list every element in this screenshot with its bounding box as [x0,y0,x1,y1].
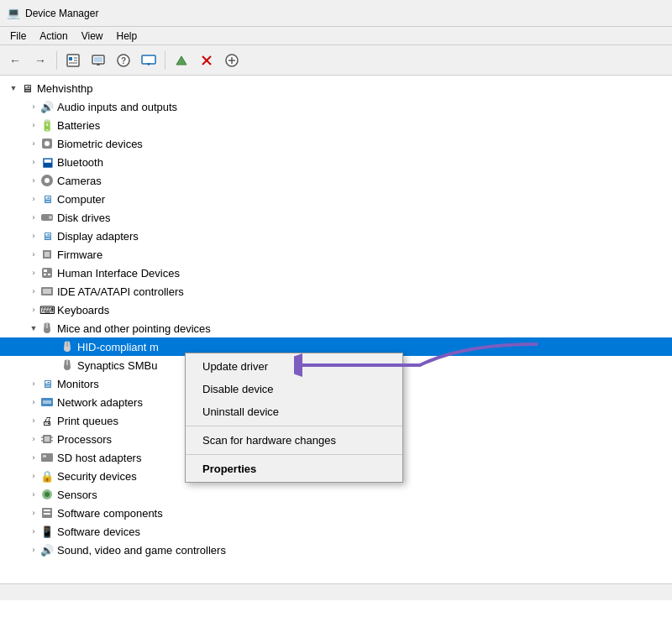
sensors-expand-icon[interactable]: › [27,488,40,501]
help-button[interactable]: ? [112,49,135,72]
context-menu-disable-device[interactable]: Disable device [186,378,402,400]
sound-icon: 🔊 [40,543,54,557]
sensors-label: Sensors [57,489,97,501]
software-components-label: Software components [57,507,163,520]
tree-root[interactable]: ▼ 🖥 Mehvishthp [0,79,672,97]
menu-action[interactable]: Action [33,29,74,44]
root-expand-icon[interactable]: ▼ [7,81,20,95]
security-expand-icon[interactable]: › [27,469,40,483]
uninstall-toolbar-button[interactable] [195,49,218,72]
computer-icon: 🖥 [40,192,54,206]
display-adapter-icon: 🖥 [40,229,54,243]
menu-help[interactable]: Help [110,29,144,44]
update-driver-toolbar-button[interactable] [170,49,193,72]
tree-item-bluetooth[interactable]: › ⬓ Bluetooth [0,153,672,171]
tree-view[interactable]: ▼ 🖥 Mehvishthp › 🔊 Audio inputs and outp… [0,76,672,600]
sd-label: SD host adapters [57,452,141,464]
svg-text:?: ? [121,56,126,65]
svg-rect-30 [48,274,50,275]
disk-expand-icon[interactable]: › [27,211,40,224]
svg-rect-40 [45,437,50,442]
ide-expand-icon[interactable]: › [27,285,40,298]
svg-rect-26 [45,252,50,257]
hid-icon [40,266,54,280]
svg-point-22 [45,178,50,183]
tree-item-software-devices[interactable]: › 📱 Software devices [0,522,672,541]
root-computer-icon: 🖥 [20,81,34,95]
tree-item-display[interactable]: › 🖥 Display adapters [0,227,672,245]
root-label: Mehvishthp [37,82,92,95]
software-devices-label: Software devices [57,525,140,538]
processors-expand-icon[interactable]: › [27,432,40,446]
menu-file[interactable]: File [3,29,33,44]
hid-label: Human Interface Devices [57,267,180,280]
tree-item-computer[interactable]: › 🖥 Computer [0,190,672,208]
tree-item-disk[interactable]: › Disk drives [0,208,672,227]
context-menu-properties[interactable]: Properties [186,458,402,480]
context-menu-uninstall-device[interactable]: Uninstall device [186,400,402,423]
bluetooth-label: Bluetooth [57,156,103,169]
display-expand-icon[interactable]: › [27,229,40,243]
tree-item-software-components[interactable]: › Software components [0,504,672,522]
monitors-expand-icon[interactable]: › [27,377,40,390]
network-label: Network adapters [57,396,143,409]
status-bar [0,583,672,600]
tree-item-ide[interactable]: › IDE ATA/ATAPI controllers [0,282,672,301]
security-label: Security devices [57,470,137,483]
tree-item-sensors[interactable]: › Sensors [0,485,672,504]
tree-item-firmware[interactable]: › Firmware [0,245,672,264]
svg-rect-6 [94,57,102,62]
synaptics-expand-icon [47,358,60,372]
device-manager-button[interactable] [87,49,110,72]
mice-expand-icon[interactable]: ▼ [27,322,40,335]
tree-item-hid[interactable]: › Human Interface Devices [0,264,672,282]
print-expand-icon[interactable]: › [27,414,40,427]
sd-icon [40,451,54,464]
biometric-expand-icon[interactable]: › [27,137,40,150]
batteries-expand-icon[interactable]: › [27,118,40,132]
tree-item-mice[interactable]: ▼ Mice and other pointing devices [0,319,672,337]
context-menu-separator-1 [186,426,402,426]
svg-rect-11 [142,55,155,64]
software-components-expand-icon[interactable]: › [27,506,40,520]
bluetooth-expand-icon[interactable]: › [27,155,40,169]
tree-item-biometric[interactable]: › Biometric devices [0,134,672,153]
keyboards-label: Keyboards [57,304,109,316]
cameras-expand-icon[interactable]: › [27,174,40,187]
context-menu-update-driver[interactable]: Update driver [186,355,402,378]
sound-expand-icon[interactable]: › [27,543,40,557]
firmware-expand-icon[interactable]: › [27,248,40,261]
menu-view[interactable]: View [75,29,110,44]
context-menu-scan[interactable]: Scan for hardware changes [186,429,402,452]
audio-expand-icon[interactable]: › [27,100,40,113]
synaptics-label: Synaptics SMBu [77,359,157,372]
hid-compliant-label: HID-compliant m [77,341,159,353]
app-title: Device Manager [25,8,98,19]
sd-expand-icon[interactable]: › [27,451,40,464]
scan-toolbar-button[interactable] [220,49,244,72]
hid-expand-icon[interactable]: › [27,266,40,280]
svg-rect-38 [43,400,51,404]
toolbar: ← → ? [0,45,672,76]
network-expand-icon[interactable]: › [27,395,40,409]
svg-rect-29 [44,274,46,275]
tree-item-batteries[interactable]: › 🔋 Batteries [0,116,672,134]
forward-button[interactable]: → [29,49,52,72]
disk-icon [40,211,54,224]
software-devices-expand-icon[interactable]: › [27,525,40,538]
display-button[interactable] [137,49,160,72]
tree-item-keyboards[interactable]: › ⌨ Keyboards [0,301,672,319]
back-button[interactable]: ← [3,49,27,72]
svg-rect-1 [69,57,72,60]
synaptics-icon [60,358,74,372]
tree-item-sound[interactable]: › 🔊 Sound, video and game controllers [0,541,672,559]
main-content: ▼ 🖥 Mehvishthp › 🔊 Audio inputs and outp… [0,76,672,600]
tree-item-audio[interactable]: › 🔊 Audio inputs and outputs [0,97,672,116]
sensors-icon [40,488,54,501]
computer-expand-icon[interactable]: › [27,192,40,206]
computer-label: Computer [57,193,105,206]
bluetooth-icon: ⬓ [40,155,54,169]
monitors-label: Monitors [57,378,99,390]
tree-item-cameras[interactable]: › Cameras [0,171,672,190]
properties-button[interactable] [61,49,85,72]
